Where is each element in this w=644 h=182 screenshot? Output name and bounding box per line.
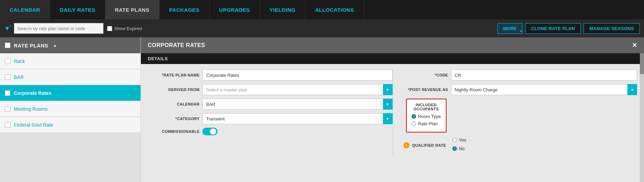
derived-from-select[interactable]: Select a master plan — [202, 84, 393, 95]
code-label: *CODE — [403, 73, 448, 77]
search-input[interactable] — [14, 23, 104, 34]
category-select[interactable]: Transient — [202, 113, 393, 124]
qualified-no-row: No — [452, 146, 466, 151]
close-icon[interactable]: ✕ — [632, 42, 637, 49]
sidebar: RATE PLANS ▲ Rack BAR Corporate Rates Me… — [0, 37, 141, 182]
room-type-radio[interactable] — [412, 114, 416, 119]
included-occupants-row: INCLUDEDOCCUPANTS Room Type Rate Plan — [403, 99, 637, 133]
calendar-row: CALENDAR BAR ▼ — [148, 99, 393, 110]
derived-from-label: DERIVED FROM — [148, 88, 200, 92]
post-revenue-select-wrapper: Nightly Room Charge ▼ — [451, 84, 637, 95]
qualified-rate-label: QUALIFIED RATE — [412, 143, 446, 147]
sidebar-select-all-checkbox[interactable] — [5, 43, 10, 48]
info-icon: ! — [403, 142, 410, 148]
category-select-wrapper: Transient ▼ — [202, 113, 393, 124]
sort-icon[interactable]: ▲ — [53, 43, 57, 47]
main-layout: RATE PLANS ▲ Rack BAR Corporate Rates Me… — [0, 37, 644, 182]
rate-plan-label: Rate Plan — [418, 121, 438, 126]
sidebar-item-rack[interactable]: Rack — [0, 53, 141, 69]
toolbar-right: MORE CLONE RATE PLAN MANAGE SEASONS — [497, 23, 640, 34]
category-label: *CATEGORY — [148, 117, 200, 121]
corporate-rates-checkbox[interactable] — [5, 90, 10, 96]
included-occupants-title: INCLUDEDOCCUPANTS — [412, 103, 441, 111]
tab-calendar[interactable]: CALENDAR — [0, 0, 50, 19]
tab-daily-rates[interactable]: DAILY RATES — [50, 0, 105, 19]
sidebar-item-meeting-rooms-label: Meeting Rooms — [14, 106, 48, 112]
tab-rate-plans[interactable]: RATE PLANS — [105, 0, 160, 19]
rack-checkbox[interactable] — [5, 58, 10, 64]
room-type-label: Room Type — [418, 114, 441, 119]
panel-header: CORPORATE RATES ✕ — [141, 37, 644, 53]
form-area: *RATE PLAN NAME DERIVED FROM Select a ma… — [141, 64, 644, 182]
more-button[interactable]: MORE — [497, 23, 522, 34]
sidebar-item-federal-govt-rate[interactable]: Federal Govt Rate — [0, 117, 141, 133]
rate-plan-radio-row: Rate Plan — [412, 121, 441, 126]
federal-govt-rate-checkbox[interactable] — [5, 122, 10, 128]
sidebar-item-corporate-rates[interactable]: Corporate Rates — [0, 85, 141, 101]
content-panel: CORPORATE RATES ✕ DETAILS *RATE PLAN NAM… — [141, 37, 644, 182]
tab-upgrades[interactable]: UPGRADES — [210, 0, 260, 19]
sidebar-item-federal-govt-rate-label: Federal Govt Rate — [14, 122, 53, 128]
derived-from-select-wrapper: Select a master plan ▼ — [202, 84, 393, 95]
code-input[interactable] — [451, 70, 637, 81]
panel-title: CORPORATE RATES — [148, 42, 205, 48]
clone-rate-plan-button[interactable]: CLONE RATE PLAN — [525, 23, 581, 34]
calendar-select-wrapper: BAR ▼ — [202, 99, 393, 110]
sidebar-item-rack-label: Rack — [14, 58, 25, 64]
rate-plan-name-label: *RATE PLAN NAME — [148, 73, 200, 77]
right-scrollbar[interactable] — [640, 53, 644, 182]
form-right-col: *CODE *POST REVENUE AS Nightly Room Char… — [393, 70, 637, 157]
sidebar-item-bar[interactable]: BAR — [0, 69, 141, 85]
category-row: *CATEGORY Transient ▼ — [148, 113, 393, 124]
scrollbar-thumb — [640, 53, 644, 74]
show-expired-checkbox[interactable] — [107, 26, 112, 31]
show-expired-label[interactable]: Show Expired — [107, 26, 142, 31]
post-revenue-label: *POST REVENUE AS — [403, 88, 448, 92]
form-left-col: *RATE PLAN NAME DERIVED FROM Select a ma… — [148, 70, 393, 157]
room-type-radio-row: Room Type — [412, 114, 441, 119]
calendar-label: CALENDAR — [148, 102, 200, 106]
filter-icon[interactable]: ▼ — [4, 25, 10, 32]
rate-plan-name-row: *RATE PLAN NAME — [148, 70, 393, 81]
commissionable-row: COMMISSIONABLE — [148, 128, 393, 135]
code-row: *CODE — [403, 70, 637, 81]
post-revenue-row: *POST REVENUE AS Nightly Room Charge ▼ — [403, 84, 637, 95]
sidebar-item-bar-label: BAR — [14, 74, 24, 80]
calendar-select[interactable]: BAR — [202, 99, 393, 110]
tab-packages[interactable]: PACKAGES — [160, 0, 210, 19]
qualified-no-radio[interactable] — [452, 146, 457, 151]
qualified-no-label: No — [459, 146, 465, 151]
commissionable-toggle[interactable] — [202, 128, 218, 135]
post-revenue-select[interactable]: Nightly Room Charge — [451, 84, 637, 95]
rate-plan-radio[interactable] — [412, 121, 416, 126]
derived-from-row: DERIVED FROM Select a master plan ▼ — [148, 84, 393, 95]
qualified-yes-radio[interactable] — [452, 138, 457, 142]
form-grid: *RATE PLAN NAME DERIVED FROM Select a ma… — [148, 70, 637, 157]
commissionable-label: COMMISSIONABLE — [148, 129, 200, 134]
qualified-yes-label: Yes — [459, 137, 466, 143]
meeting-rooms-checkbox[interactable] — [5, 106, 10, 112]
sidebar-item-meeting-rooms[interactable]: Meeting Rooms — [0, 101, 141, 117]
details-section-label: DETAILS — [141, 53, 644, 64]
toolbar: ▼ Show Expired MORE CLONE RATE PLAN MANA… — [0, 19, 644, 37]
top-nav: CALENDAR DAILY RATES RATE PLANS PACKAGES… — [0, 0, 644, 19]
tab-yielding[interactable]: YIELDING — [260, 0, 306, 19]
sidebar-item-corporate-rates-label: Corporate Rates — [14, 90, 51, 96]
bar-checkbox[interactable] — [5, 74, 10, 80]
qualified-rate-row: ! QUALIFIED RATE Yes No — [403, 137, 637, 153]
sidebar-header-label: RATE PLANS — [14, 43, 48, 48]
show-expired-text: Show Expired — [114, 26, 142, 31]
tab-allocations[interactable]: ALLOCATIONS — [305, 0, 364, 19]
qualified-yes-row: Yes — [452, 137, 466, 143]
sidebar-header: RATE PLANS ▲ — [0, 37, 141, 53]
manage-seasons-button[interactable]: MANAGE SEASONS — [584, 23, 640, 34]
rate-plan-name-input[interactable] — [202, 70, 393, 81]
included-occupants-box: INCLUDEDOCCUPANTS Room Type Rate Plan — [406, 99, 446, 133]
